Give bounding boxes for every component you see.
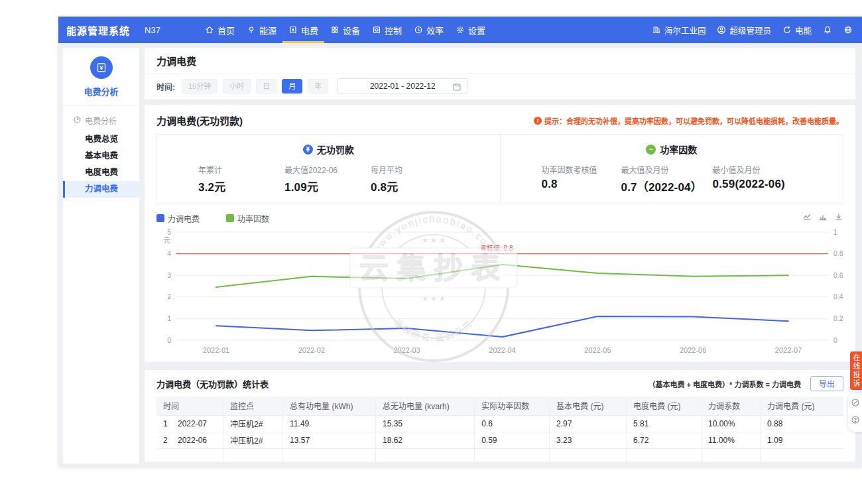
nav-item-label: 电费 xyxy=(301,24,318,36)
app-window: 能源管理系统 N37 首页 能源 电费 设备 控制 xyxy=(58,17,862,468)
col-monitor-point: 监控点 xyxy=(223,397,282,415)
floating-tools xyxy=(848,393,862,432)
col-active-energy: 总有功电量 (kWh) xyxy=(283,397,376,415)
park-name: 海尔工业园 xyxy=(664,24,706,36)
download-icon[interactable] xyxy=(834,212,843,224)
fee-formula: （基本电费 + 电度电费）* 力调系数 = 力调电费 xyxy=(648,379,801,389)
col-basic-fee: 基本电费 (元) xyxy=(550,397,627,415)
nav-item-devices[interactable]: 设备 xyxy=(324,17,366,43)
bar-chart-icon[interactable] xyxy=(818,212,828,224)
svg-text:1: 1 xyxy=(833,228,837,236)
online-complaint-tab[interactable]: 在线投诉 xyxy=(850,351,862,390)
granularity-year-button[interactable]: 年 xyxy=(308,79,328,94)
sidebar-item-power-adjust-fee[interactable]: 力调电费 xyxy=(63,181,139,198)
building-icon xyxy=(652,25,661,34)
svg-text:2: 2 xyxy=(167,292,171,300)
svg-text:2022-07: 2022-07 xyxy=(775,346,802,354)
nav-item-energy[interactable]: 能源 xyxy=(241,17,282,43)
stats-table-card: 力调电费（无功罚款）统计表 （基本电费 + 电度电费）* 力调系数 = 力调电费… xyxy=(145,370,855,462)
svg-text:4: 4 xyxy=(167,249,171,257)
svg-text:0.8: 0.8 xyxy=(833,249,843,257)
stat-factor-threshold: 功率因数考核值 0.8 xyxy=(542,164,621,194)
top-navbar: 能源管理系统 N37 首页 能源 电费 设备 控制 xyxy=(58,17,862,43)
tip-text: 提示：合理的无功补偿，提高功率因数，可以避免罚款，可以降低电能损耗，改善电能质量… xyxy=(544,115,843,126)
fee-factor-line-chart: 012345元00.20.40.60.812022-012022-022022-… xyxy=(156,225,848,358)
svg-text:0.6: 0.6 xyxy=(833,271,843,279)
nav-item-control[interactable]: 控制 xyxy=(366,17,408,43)
yen-badge-icon: ¥ xyxy=(303,145,313,155)
svg-text:1: 1 xyxy=(167,314,171,322)
table-header-row: 时间 监控点 总有功电量 (kWh) 总无功电量 (kvarh) 实际功率因数 … xyxy=(156,397,843,415)
bell-icon xyxy=(823,25,832,34)
chart-container: 012345元00.20.40.60.812022-012022-022022-… xyxy=(156,225,843,361)
legend-fee[interactable]: 力调电费 xyxy=(156,213,200,224)
svg-text:3: 3 xyxy=(167,271,171,279)
section-title: 力调电费(无功罚款) xyxy=(156,113,243,127)
nav-item-home[interactable]: 首页 xyxy=(199,17,241,43)
sidebar-module: 电费分析 xyxy=(63,48,139,106)
summary-stats-panel: ¥ 无功罚款 年累计 3.2元 最大值2022-06 1.09元 xyxy=(156,134,843,204)
svg-text:0: 0 xyxy=(167,336,171,344)
nav-item-label: 能源 xyxy=(259,24,277,36)
col-degree-fee: 电度电费 (元) xyxy=(627,397,702,415)
tip-message: ! 提示：合理的无功补偿，提高功率因数，可以避免罚款，可以降低电能损耗，改善电能… xyxy=(534,115,843,126)
app-title: 能源管理系统 xyxy=(66,23,130,37)
granularity-hour-button[interactable]: 小时 xyxy=(223,79,251,94)
svg-text:0.2: 0.2 xyxy=(833,314,843,322)
navbar-right: 海尔工业园 超级管理员 电能 xyxy=(652,17,853,43)
contact-icon[interactable] xyxy=(851,398,860,410)
legend-label: 力调电费 xyxy=(168,213,200,224)
granularity-month-button[interactable]: 月 xyxy=(282,79,302,94)
legend-swatch-green xyxy=(226,214,234,222)
factor-badge-icon: ~ xyxy=(646,145,656,155)
gear-icon xyxy=(456,25,465,34)
nav-item-efficiency[interactable]: 效率 xyxy=(408,17,450,43)
granularity-day-button[interactable]: 日 xyxy=(256,79,277,94)
calendar-icon xyxy=(452,82,462,94)
time-filter-label: 时间: xyxy=(156,81,175,92)
park-selector[interactable]: 海尔工业园 xyxy=(652,24,706,36)
nav-item-label: 首页 xyxy=(217,24,235,36)
module-switcher[interactable]: 电能 xyxy=(782,24,812,36)
notification-bell[interactable] xyxy=(823,25,832,34)
stat-max-month: 最大值2022-06 1.09元 xyxy=(284,164,371,194)
legend-factor[interactable]: 功率因数 xyxy=(226,213,269,224)
fee-analysis-icon xyxy=(90,56,113,79)
nav-item-electricity-fee[interactable]: 电费 xyxy=(282,17,324,43)
main-column: 力调电费 时间: 15分钟 小时 日 月 年 2022-01 - 2022-12 xyxy=(145,48,855,468)
date-range-input[interactable]: 2022-01 - 2022-12 xyxy=(338,78,467,94)
sidebar: 电费分析 电费分析 电费总览 基本电费 电度电费 力调电费 xyxy=(63,48,139,464)
sidebar-item-degree-fee[interactable]: 电度电费 xyxy=(63,164,139,181)
svg-text:2022-02: 2022-02 xyxy=(298,346,325,354)
granularity-15min-button[interactable]: 15分钟 xyxy=(182,79,217,94)
nav-item-label: 设置 xyxy=(468,24,485,36)
globe-icon xyxy=(843,25,853,34)
help-icon[interactable] xyxy=(851,415,860,427)
line-chart-icon[interactable] xyxy=(802,212,812,224)
user-role-label: 超级管理员 xyxy=(729,24,771,36)
export-button[interactable]: 导出 xyxy=(810,376,843,391)
user-role[interactable]: 超级管理员 xyxy=(717,24,771,36)
alert-icon: ! xyxy=(534,117,542,125)
svg-text:元: 元 xyxy=(164,236,171,244)
svg-text:5: 5 xyxy=(167,228,171,236)
col-adjust-fee: 力调电费 (元) xyxy=(761,397,843,415)
nav-item-settings[interactable]: 设置 xyxy=(450,17,491,43)
module-label: 电能 xyxy=(795,24,812,36)
language-globe[interactable] xyxy=(843,25,853,34)
nav-item-label: 控制 xyxy=(385,24,402,36)
svg-text:0.4: 0.4 xyxy=(833,292,843,300)
sidebar-item-basic-fee[interactable]: 基本电费 xyxy=(63,148,139,164)
col-actual-factor: 实际功率因数 xyxy=(475,397,550,415)
device-grid-icon xyxy=(330,25,339,34)
col-coefficient: 力调系数 xyxy=(702,397,761,415)
table-row: 22022-06 冲压机2# 13.57 18.62 0.59 3.23 6.7… xyxy=(156,432,843,448)
clock-icon xyxy=(414,25,423,34)
sidebar-item-fee-overview[interactable]: 电费总览 xyxy=(63,131,139,148)
location-pin-icon xyxy=(247,25,256,34)
pie-clock-icon xyxy=(73,115,82,126)
legend-swatch-blue xyxy=(156,214,164,222)
chart-legend-row: 力调电费 功率因数 xyxy=(156,212,843,224)
table-title: 力调电费（无功罚款）统计表 xyxy=(156,377,269,390)
stat-year-total: 年累计 3.2元 xyxy=(198,164,284,194)
